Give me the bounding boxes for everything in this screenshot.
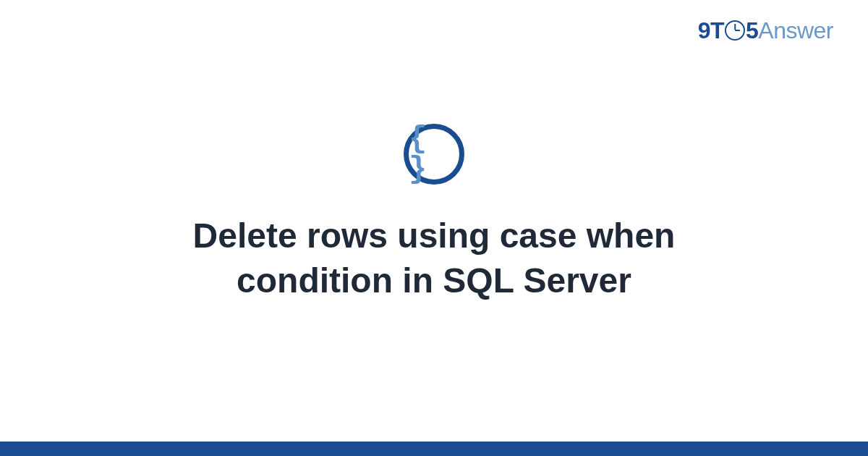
- page-title: Delete rows using case when condition in…: [109, 214, 760, 304]
- bottom-accent-bar: [0, 442, 868, 456]
- code-braces-icon: { }: [404, 124, 464, 185]
- braces-glyph: { }: [409, 124, 459, 185]
- content-wrapper: { } Delete rows using case when conditio…: [0, 0, 868, 442]
